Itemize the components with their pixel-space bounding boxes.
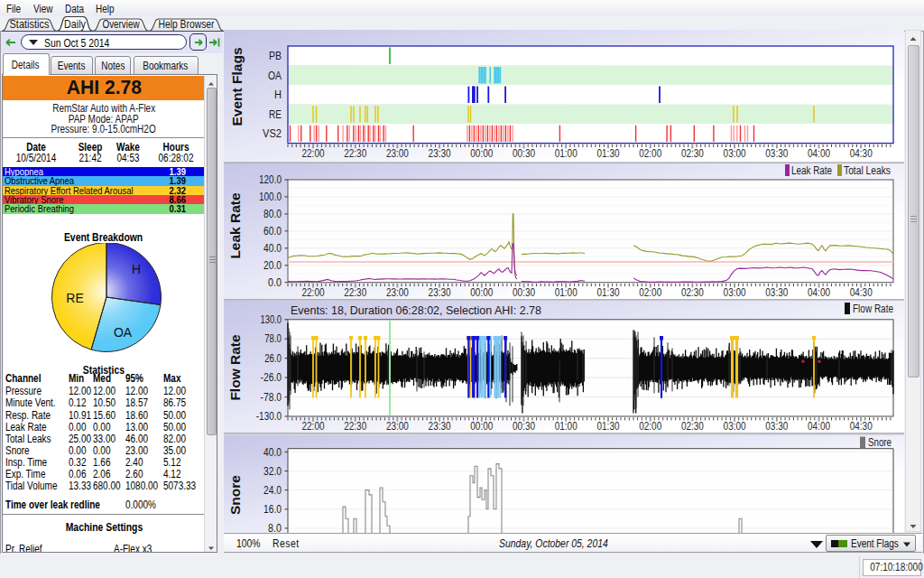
svg-text:02:30: 02:30 xyxy=(681,286,704,299)
svg-text:78.0: 78.0 xyxy=(264,332,282,345)
svg-text:-26.0: -26.0 xyxy=(261,371,282,384)
svg-text:22:30: 22:30 xyxy=(344,147,366,160)
svg-text:23:00: 23:00 xyxy=(386,286,409,299)
svg-text:24.0: 24.0 xyxy=(263,484,282,497)
svg-text:20.0: 20.0 xyxy=(263,259,282,272)
svg-text:04:30: 04:30 xyxy=(850,420,873,433)
svg-text:Overview: Overview xyxy=(103,17,140,31)
svg-text:Event Flags: Event Flags xyxy=(229,48,245,126)
svg-text:Events: 18, Duration 06:28:02,: Events: 18, Duration 06:28:02, Selection… xyxy=(291,304,541,317)
svg-text:02:30: 02:30 xyxy=(681,420,704,433)
svg-text:80.0: 80.0 xyxy=(263,208,282,220)
svg-text:03:00: 03:00 xyxy=(724,147,746,160)
svg-text:23:30: 23:30 xyxy=(429,420,451,433)
svg-text:Flow Rate: Flow Rate xyxy=(227,334,243,401)
svg-text:23:00: 23:00 xyxy=(386,147,409,160)
svg-text:04:30: 04:30 xyxy=(850,147,873,160)
svg-text:23:30: 23:30 xyxy=(429,147,451,160)
svg-text:Daily: Daily xyxy=(64,17,86,31)
svg-text:03:00: 03:00 xyxy=(724,286,746,299)
svg-text:100.0: 100.0 xyxy=(259,191,282,203)
svg-text:00:00: 00:00 xyxy=(470,147,493,160)
svg-text:23:00: 23:00 xyxy=(386,420,409,433)
svg-text:00:30: 00:30 xyxy=(513,420,535,433)
svg-text:01:30: 01:30 xyxy=(597,286,620,299)
svg-text:22:30: 22:30 xyxy=(344,286,366,299)
svg-text:00:00: 00:00 xyxy=(470,286,493,299)
svg-text:PB: PB xyxy=(269,50,282,62)
svg-text:02:30: 02:30 xyxy=(681,147,704,160)
svg-text:Leak Rate: Leak Rate xyxy=(791,164,832,177)
svg-text:03:30: 03:30 xyxy=(765,420,788,433)
svg-text:01:30: 01:30 xyxy=(597,147,620,160)
svg-text:Snore: Snore xyxy=(227,475,243,515)
svg-text:-130.0: -130.0 xyxy=(256,410,282,423)
svg-text:04:00: 04:00 xyxy=(808,420,830,433)
svg-text:Total Leaks: Total Leaks xyxy=(844,164,891,177)
svg-text:02:00: 02:00 xyxy=(639,147,661,160)
svg-text:40.0: 40.0 xyxy=(263,242,282,255)
svg-text:60.0: 60.0 xyxy=(263,225,282,238)
svg-text:40.0: 40.0 xyxy=(263,446,282,459)
svg-text:03:00: 03:00 xyxy=(724,420,746,433)
svg-text:22:00: 22:00 xyxy=(302,420,325,433)
svg-text:120.0: 120.0 xyxy=(259,173,282,186)
svg-text:Statistics: Statistics xyxy=(10,17,50,31)
svg-text:32.0: 32.0 xyxy=(263,465,282,478)
svg-text:22:00: 22:00 xyxy=(302,286,325,299)
svg-text:04:00: 04:00 xyxy=(808,286,830,299)
svg-text:Help Browser: Help Browser xyxy=(159,17,215,31)
svg-text:00:00: 00:00 xyxy=(470,420,493,433)
svg-text:8.0: 8.0 xyxy=(268,522,282,533)
svg-text:OA: OA xyxy=(268,70,282,82)
svg-text:23:30: 23:30 xyxy=(429,286,451,299)
svg-text:RE: RE xyxy=(269,108,282,121)
svg-text:00:30: 00:30 xyxy=(513,147,535,160)
svg-text:H: H xyxy=(274,89,282,101)
svg-text:Snore: Snore xyxy=(868,436,892,449)
svg-text:04:30: 04:30 xyxy=(850,286,873,299)
svg-text:RE: RE xyxy=(66,291,83,305)
svg-text:22:00: 22:00 xyxy=(302,147,325,160)
svg-text:Leak Rate: Leak Rate xyxy=(227,192,243,259)
svg-text:H: H xyxy=(132,262,141,276)
svg-text:130.0: 130.0 xyxy=(261,313,282,326)
svg-text:0.0: 0.0 xyxy=(268,276,282,289)
svg-text:01:30: 01:30 xyxy=(597,420,620,433)
svg-text:04:00: 04:00 xyxy=(808,147,830,160)
svg-text:00:30: 00:30 xyxy=(513,286,535,299)
svg-text:01:00: 01:00 xyxy=(555,147,578,160)
svg-text:03:30: 03:30 xyxy=(765,147,788,160)
svg-text:01:00: 01:00 xyxy=(555,286,578,299)
svg-text:26.0: 26.0 xyxy=(264,352,282,365)
svg-text:02:00: 02:00 xyxy=(639,286,661,299)
svg-text:VS2: VS2 xyxy=(263,127,282,140)
svg-text:Flow Rate: Flow Rate xyxy=(853,303,893,315)
svg-text:02:00: 02:00 xyxy=(639,420,661,433)
svg-text:01:00: 01:00 xyxy=(555,420,578,433)
svg-text:22:30: 22:30 xyxy=(344,420,366,433)
svg-text:03:30: 03:30 xyxy=(765,286,788,299)
svg-text:OA: OA xyxy=(114,325,133,340)
svg-text:-78.0: -78.0 xyxy=(261,391,282,404)
svg-text:16.0: 16.0 xyxy=(263,503,282,516)
